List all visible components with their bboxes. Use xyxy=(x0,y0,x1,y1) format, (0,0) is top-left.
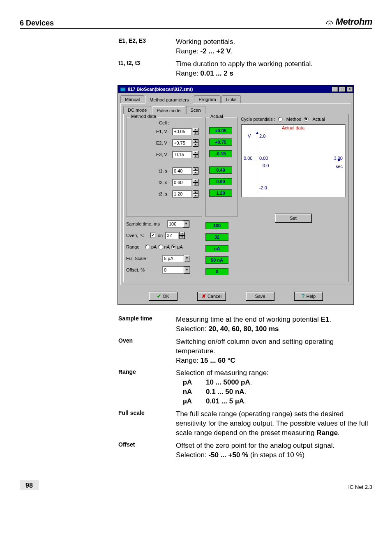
actual-sample-time: 100 xyxy=(205,222,228,229)
actual-full-scale: 50 nA xyxy=(205,256,228,264)
param-spinner[interactable]: ▲▼ xyxy=(193,139,198,147)
range-radio-ua[interactable] xyxy=(171,244,176,249)
def-term: t1, t2, t3 xyxy=(118,60,176,78)
oven-spinner[interactable]: ▲▼ xyxy=(179,232,185,239)
oven-temp-input[interactable] xyxy=(165,232,178,239)
param-label: t3, s : xyxy=(130,191,172,196)
check-icon: ✔ xyxy=(157,293,161,299)
actual-value: -0.15 xyxy=(209,150,232,157)
def-term: Offset xyxy=(118,441,176,460)
range-radio-na[interactable] xyxy=(158,244,163,249)
full-scale-label: Full Scale xyxy=(126,256,155,261)
save-button[interactable]: Save xyxy=(246,292,274,301)
param-input[interactable] xyxy=(172,190,192,198)
close-button[interactable]: × xyxy=(346,86,353,92)
sample-time-input[interactable] xyxy=(167,220,183,228)
param-label: E1, V : xyxy=(130,129,172,134)
brand-logo: Metrohm xyxy=(325,16,372,27)
param-input[interactable] xyxy=(172,128,192,135)
actual-value: +0.05 xyxy=(209,127,232,134)
param-spinner[interactable]: ▲▼ xyxy=(193,151,198,158)
page-number: 98 xyxy=(20,480,39,490)
actual-value: 0.40 xyxy=(209,166,232,174)
param-label: t1, s : xyxy=(130,168,172,173)
param-label: E2, V : xyxy=(130,140,172,145)
dropdown-icon[interactable]: ▼ xyxy=(183,220,189,228)
actual-oven: 32 xyxy=(205,233,228,241)
section-heading: 6 Devices xyxy=(20,19,54,28)
def-desc: The full scale range (operating range) s… xyxy=(176,410,372,438)
tab-program[interactable]: Program xyxy=(194,95,220,103)
plot-title: Actual data xyxy=(241,124,345,130)
full-scale-input[interactable] xyxy=(162,255,184,262)
sub-tabs: DC mode Pulse mode Scan xyxy=(123,106,348,114)
actual-legend: Actual xyxy=(209,114,224,119)
x-icon: ✘ xyxy=(202,293,206,299)
oven-label: Oven, °C xyxy=(126,233,150,238)
def-term: Range xyxy=(118,368,176,406)
titlebar[interactable]: 817 BioScan(bioscan\817.smt) _ □ × xyxy=(118,85,354,93)
actual-range: nA xyxy=(205,245,228,252)
def-desc: Switching on/off column oven and setting… xyxy=(176,337,372,366)
def-desc: Selection of measuring range:pA 10 ... 5… xyxy=(176,368,372,406)
ok-button[interactable]: ✔OK xyxy=(149,292,178,301)
def-desc: Offset of the zero point for the analog … xyxy=(176,441,372,460)
def-term: Full scale xyxy=(118,410,176,438)
actual-value: +0.75 xyxy=(209,138,232,146)
actual-offset: 0 xyxy=(205,268,228,275)
def-term: Sample time xyxy=(118,315,176,334)
range-radio-pa[interactable] xyxy=(145,244,150,249)
param-input[interactable] xyxy=(172,167,192,175)
range-label: Range xyxy=(126,244,145,249)
tab-dc-mode[interactable]: DC mode xyxy=(123,106,151,114)
dropdown-icon[interactable]: ▼ xyxy=(184,266,190,274)
bottom-definitions: Sample time Measuring time at the end of… xyxy=(118,315,372,460)
svg-rect-1 xyxy=(120,87,125,88)
maximize-button[interactable]: □ xyxy=(339,86,346,92)
help-button[interactable]: ?Help xyxy=(294,292,323,301)
cycle-label: Cycle potentials : xyxy=(241,117,275,122)
param-input[interactable] xyxy=(172,151,192,158)
help-icon: ? xyxy=(302,293,304,299)
def-term: E1, E2, E3 xyxy=(118,37,176,56)
minimize-button[interactable]: _ xyxy=(332,86,338,92)
cycle-radio-method[interactable] xyxy=(278,117,283,122)
tab-manual[interactable]: Manual xyxy=(120,95,144,103)
param-spinner[interactable]: ▲▼ xyxy=(193,179,198,186)
cycle-plot: Actual data ▲ ▶ V 2.0 -2.0 0.00 0.00 3.0… xyxy=(241,124,346,197)
set-button[interactable]: Set xyxy=(275,214,312,223)
version-label: IC Net 2.3 xyxy=(348,484,372,490)
param-label: t2, s : xyxy=(130,180,172,185)
offset-label: Offset, % xyxy=(126,267,155,272)
tab-method-parameters[interactable]: Method parameters xyxy=(145,96,193,104)
tab-links[interactable]: Links xyxy=(221,95,241,103)
actual-value: 0.60 xyxy=(209,178,232,185)
dialog-window: 817 BioScan(bioscan\817.smt) _ □ × Manua… xyxy=(118,85,354,305)
param-spinner[interactable]: ▲▼ xyxy=(193,128,198,135)
dialog-buttons: ✔OK ✘Cancel Save ?Help xyxy=(118,288,354,305)
top-tabs: Manual Method parameters Program Links xyxy=(118,93,354,103)
def-desc: Time duration to apply the working poten… xyxy=(176,60,372,78)
oven-checkbox[interactable]: ✔ xyxy=(150,233,155,238)
cell-label: Cell : xyxy=(130,120,198,125)
top-definitions: E1, E2, E3 Working potentials.Range: -2 … xyxy=(118,37,372,78)
sample-time-label: Sample time, ms xyxy=(126,221,167,226)
offset-input[interactable] xyxy=(162,266,184,274)
app-icon xyxy=(120,86,126,92)
param-input[interactable] xyxy=(172,179,192,186)
param-spinner[interactable]: ▲▼ xyxy=(193,190,198,198)
cycle-radio-actual[interactable] xyxy=(304,117,309,122)
param-spinner[interactable]: ▲▼ xyxy=(193,167,198,175)
window-title: 817 BioScan(bioscan\817.smt) xyxy=(128,87,331,92)
cancel-button[interactable]: ✘Cancel xyxy=(197,292,226,301)
def-desc: Working potentials.Range: -2 ... +2 V. xyxy=(176,37,372,56)
tab-pulse-mode[interactable]: Pulse mode xyxy=(152,106,185,114)
def-term: Oven xyxy=(118,337,176,366)
oven-on-label: on xyxy=(158,233,163,238)
actual-value: 1.20 xyxy=(209,189,232,197)
param-label: E3, V : xyxy=(130,152,172,157)
tab-scan[interactable]: Scan xyxy=(186,106,205,114)
param-input[interactable] xyxy=(172,139,192,147)
dropdown-icon[interactable]: ▼ xyxy=(184,255,190,262)
def-desc: Measuring time at the end of working pot… xyxy=(176,315,372,334)
